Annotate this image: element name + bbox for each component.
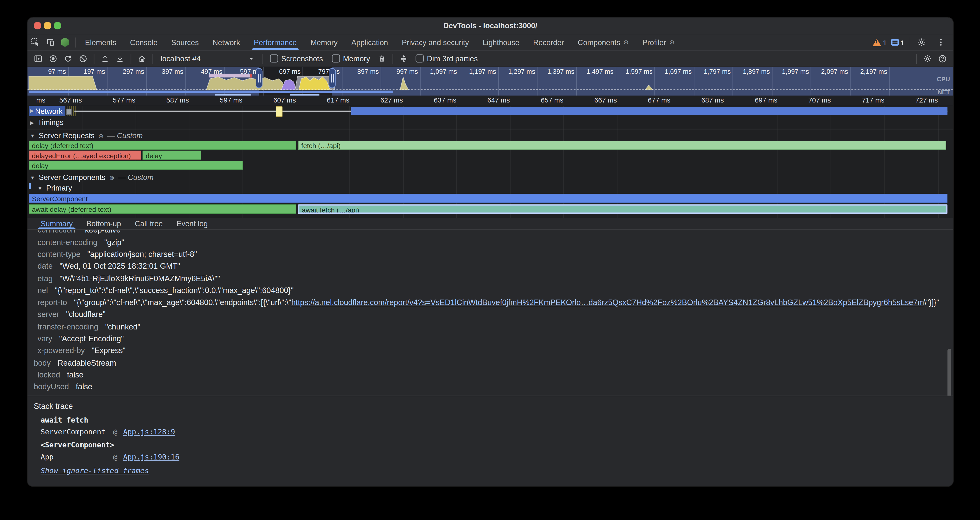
group-primary[interactable]: ▼ Primary [38,184,72,192]
selection-handle-right[interactable] [329,68,336,88]
collapse-arrow-icon: ▼ [30,133,35,138]
collapse-timeline-icon[interactable] [397,52,410,65]
history-select[interactable]: localhost #4 [157,54,258,63]
tab-label: Profiler [643,38,666,46]
header-value: "{\"report_to\":\"cf-nel\",\"success_fra… [55,286,293,295]
event-bar[interactable]: await fetch (…/api) [298,204,947,214]
kebab-menu-icon[interactable] [933,36,948,48]
toggle-sidebar-icon[interactable] [31,52,45,65]
header-value: false [67,371,83,379]
scrollbar-thumb[interactable] [947,349,951,396]
collapse-arrow-icon: ▼ [30,175,35,180]
collect-garbage-icon[interactable] [375,52,389,65]
network-track-grip[interactable] [66,109,72,115]
dim-3rd-parties-checkbox[interactable]: Dim 3rd parties [412,54,482,63]
header-key: nel [38,286,48,295]
frame-source-link[interactable]: App.js:128:9 [123,428,175,436]
tab-network[interactable]: Network [206,35,247,50]
header-key: connection [38,230,75,235]
event-bar[interactable]: delay (deferred text) [29,141,296,150]
selection-handle-left[interactable] [256,68,262,88]
summary-pane: connection"keep-alive"content-encoding"g… [27,230,953,396]
node-icon[interactable] [57,36,72,48]
tab-privacy-and-security[interactable]: Privacy and security [395,35,476,50]
screenshots-checkbox[interactable]: Screenshots [266,54,327,63]
divider [94,54,94,64]
tab-elements[interactable]: Elements [78,35,123,50]
tab-memory[interactable]: Memory [304,35,344,50]
tab-profiler[interactable]: Profiler⊛ [635,35,681,50]
report-to-link[interactable]: https://a.nel.cloudflare.com/report/v4?s… [291,298,924,307]
header-value: "Accept-Encoding" [59,334,124,343]
ruler-tick-label: 687 ms [701,96,724,104]
header-key: transfer-encoding [38,322,99,331]
settings-gear-icon[interactable] [914,36,929,48]
chevron-down-icon [248,55,255,62]
device-toolbar-icon[interactable] [43,36,57,48]
stack-frame: App@App.js:190:16 [40,452,54,461]
track-accent-tick [29,183,30,189]
summary-row: bodyUsedfalse [27,381,953,393]
event-bar[interactable]: fetch (…/api) [298,141,946,150]
checkbox-box [332,54,340,62]
frame-function: ServerComponent [40,428,105,436]
event-bar[interactable]: await delay (deferred text) [29,204,296,214]
details-tab-event-log[interactable]: Event log [170,218,215,229]
issues-warning-badge[interactable]: 1 [872,38,887,46]
tab-performance[interactable]: Performance [247,35,304,50]
frame-source-link[interactable]: App.js:190:16 [123,452,180,461]
details-tab-call-tree[interactable]: Call tree [128,218,170,229]
details-tab-bottom-up[interactable]: Bottom-up [80,218,128,229]
details-tab-summary[interactable]: Summary [34,218,80,229]
checkbox-box [270,54,278,62]
divider [131,54,131,64]
console-messages-badge[interactable]: 1 [891,38,905,46]
inspect-icon[interactable] [27,36,43,48]
ruler-tick-label: 617 ms [327,96,349,104]
track-server-requests[interactable]: ▼ Server Requests ⊛ — Custom [30,131,143,140]
event-bar[interactable]: delay [29,161,243,170]
record-and-reload-icon[interactable] [61,52,75,65]
overview-baseline [27,89,953,90]
summary-row: nel"{\"report_to\":\"cf-nel\",\"success_… [27,285,953,297]
ruler-tick-label: 697 ms [755,96,778,104]
tab-label: Application [352,38,388,46]
track-network[interactable]: ▶ Network [29,106,65,116]
tab-lighthouse[interactable]: Lighthouse [476,35,526,50]
show-ignore-listed-frames-link[interactable]: Show ignore-listed frames [40,466,149,475]
devtools-tabbar: ElementsConsoleSourcesNetworkPerformance… [27,35,953,51]
track-divider [27,129,953,129]
tab-console[interactable]: Console [123,35,164,50]
react-icon: ⊛ [669,39,675,46]
memory-checkbox[interactable]: Memory [328,54,374,63]
track-server-components[interactable]: ▼ Server Components ⊛ — Custom [30,173,153,182]
capture-settings-gear-icon[interactable] [921,52,934,65]
help-icon[interactable] [935,52,950,65]
track-timings[interactable]: ▶ Timings [30,118,64,127]
tab-sources[interactable]: Sources [164,35,206,50]
event-bar[interactable]: delayedError (…ayed exception) [29,151,141,160]
upload-profile-icon[interactable] [98,52,112,65]
ruler-tick-label: 637 ms [434,96,457,104]
event-bar[interactable]: ServerComponent [29,194,947,203]
record-icon[interactable] [46,52,60,65]
download-profile-icon[interactable] [113,52,127,65]
header-value: "keep-alive" [82,230,124,235]
network-request-bar[interactable] [352,107,948,115]
window-title: DevTools - localhost:3000/ [27,17,953,34]
details-tabbar: SummaryBottom-upCall treeEvent log [27,218,953,230]
tab-application[interactable]: Application [344,35,395,50]
tab-components[interactable]: Components⊛ [571,35,635,50]
ruler-tick-label: 667 ms [594,96,617,104]
tab-recorder[interactable]: Recorder [526,35,571,50]
summary-row: vary"Accept-Encoding" [27,333,953,345]
event-bar[interactable]: delay [143,151,201,160]
clear-icon[interactable] [76,52,90,65]
ruler-tick-label: 627 ms [380,96,403,104]
header-key: server [38,310,59,319]
tab-label: Components [578,38,620,46]
home-icon[interactable] [135,52,149,65]
timeline-overview[interactable]: 97 ms197 ms297 ms397 ms497 ms597 ms697 m… [27,67,953,95]
network-event-marker[interactable] [275,107,283,117]
summary-row: connection"keep-alive" [27,230,953,237]
